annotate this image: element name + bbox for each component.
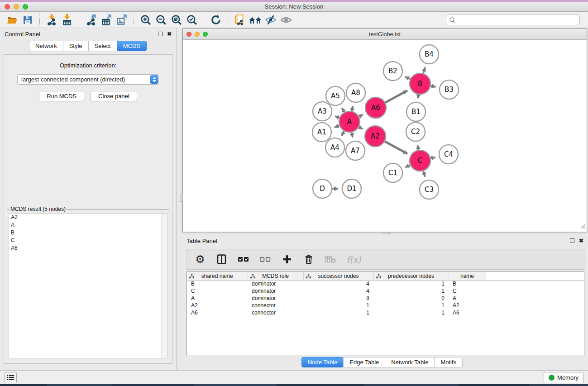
network-from-file-icon[interactable]	[232, 13, 248, 27]
edge-B-B3[interactable]	[431, 86, 436, 87]
tab-mcds[interactable]: MCDS	[117, 41, 147, 51]
table-cell[interactable]: B	[187, 280, 248, 287]
table-cell[interactable]: A6	[187, 309, 248, 316]
select-all-icon[interactable]	[238, 253, 249, 265]
table-cell[interactable]: 4	[303, 280, 373, 287]
table-cell[interactable]: dominator	[248, 280, 303, 287]
result-item[interactable]: B	[9, 229, 167, 237]
edge-B-B1[interactable]	[418, 95, 418, 99]
table-cell[interactable]: C	[187, 287, 248, 295]
pane-divider-handle[interactable]	[180, 194, 183, 202]
open-session-icon[interactable]	[5, 13, 20, 27]
table-row[interactable]: Cdominator41C	[187, 287, 584, 295]
table-cell[interactable]: 1	[303, 302, 373, 309]
graph-node-B[interactable]: B	[410, 73, 430, 94]
graph-node-A8[interactable]: A8	[346, 83, 365, 102]
table-cell[interactable]: dominator	[248, 295, 303, 302]
tab-node-table[interactable]: Node Table	[301, 357, 344, 367]
gear-icon[interactable]: ⚙	[194, 253, 206, 265]
edge-A-A5[interactable]	[342, 108, 344, 112]
close-table-panel-icon[interactable]: ✖	[579, 238, 583, 243]
graph-node-B1[interactable]: B1	[406, 102, 425, 121]
column-header-name[interactable]: name	[449, 272, 486, 280]
table-cell[interactable]: dominator	[248, 287, 303, 295]
add-icon[interactable]	[281, 253, 293, 265]
edge-A-A2[interactable]	[359, 127, 363, 129]
search-input[interactable]	[446, 14, 580, 25]
table-row[interactable]: Bdominator41B	[187, 280, 584, 287]
tab-edge-table[interactable]: Edge Table	[343, 357, 385, 367]
table-cell[interactable]: C	[449, 287, 486, 295]
edge-B-B4[interactable]	[423, 67, 425, 73]
edge-A6-B[interactable]	[385, 91, 407, 102]
column-header-predecessor-nodes[interactable]: predecessor nodes	[373, 272, 449, 280]
table-cell[interactable]: 1	[373, 287, 449, 295]
tab-select[interactable]: Select	[88, 41, 117, 51]
table-cell[interactable]: 1	[373, 280, 449, 287]
close-panel-icon[interactable]: ✖	[167, 32, 172, 36]
tab-network[interactable]: Network	[29, 41, 63, 51]
table-cell[interactable]: 0	[373, 295, 449, 302]
show-graphics-icon[interactable]	[278, 13, 294, 27]
edge-C-C3[interactable]	[423, 171, 425, 176]
edge-A-A3[interactable]	[335, 116, 339, 118]
network-window-titlebar[interactable]: testGlobe.txt	[183, 29, 587, 40]
zoom-in-icon[interactable]	[138, 13, 153, 27]
result-item[interactable]: A	[9, 221, 167, 229]
result-item[interactable]: A2	[9, 214, 167, 221]
column-header-shared-name[interactable]: shared name	[187, 272, 248, 280]
graph-node-D1[interactable]: D1	[342, 179, 361, 198]
zoom-out-icon[interactable]	[153, 13, 169, 27]
tab-motifs[interactable]: Motifs	[434, 357, 463, 367]
table-cell[interactable]: A2	[449, 302, 486, 309]
table-cell[interactable]: A6	[449, 309, 486, 316]
edge-A-A1[interactable]	[335, 125, 339, 127]
delete-icon[interactable]	[303, 253, 315, 265]
columns-icon[interactable]	[216, 253, 228, 265]
result-scrollbar[interactable]	[161, 214, 167, 358]
edge-C-C1[interactable]	[405, 165, 410, 167]
graph-node-B3[interactable]: B3	[440, 80, 459, 99]
edge-B-B2[interactable]	[405, 77, 410, 79]
edge-A-A7[interactable]	[352, 133, 353, 138]
result-item[interactable]: A6	[9, 244, 167, 252]
table-row[interactable]: A2connector11A2	[187, 302, 584, 309]
table-cell[interactable]: A2	[187, 302, 248, 309]
table-cell[interactable]: 8	[303, 295, 373, 302]
graph-node-A[interactable]: A	[339, 111, 360, 132]
table-cell[interactable]: B	[449, 280, 486, 287]
table-cell[interactable]: 1	[373, 309, 449, 316]
graph-node-A1[interactable]: A1	[312, 123, 331, 142]
export-image-icon[interactable]	[114, 13, 129, 27]
network-canvas[interactable]: B4B2BB3A5A8A6B1A3AA1C2A2A4A7C4CC1C3DD1	[183, 40, 587, 232]
close-panel-button[interactable]: Close panel	[91, 91, 137, 101]
result-item[interactable]: C	[9, 237, 167, 244]
graph-node-A6[interactable]: A6	[365, 97, 386, 118]
float-panel-icon[interactable]	[158, 32, 163, 36]
column-header-mcds-role[interactable]: MCDS role	[248, 272, 303, 280]
graph-node-C2[interactable]: C2	[406, 122, 425, 141]
graph-node-A2[interactable]: A2	[365, 126, 386, 147]
export-network-icon[interactable]	[83, 13, 99, 27]
edge-A-A4[interactable]	[342, 131, 344, 136]
edge-A2-C[interactable]	[385, 141, 407, 153]
hide-graphics-icon[interactable]	[263, 13, 278, 27]
edge-C-C4[interactable]	[430, 157, 435, 158]
graph-node-C[interactable]: C	[410, 150, 430, 171]
import-network-icon[interactable]	[44, 13, 59, 27]
float-table-panel-icon[interactable]	[570, 238, 574, 243]
graph-node-C4[interactable]: C4	[439, 145, 458, 164]
tab-network-table[interactable]: Network Table	[385, 357, 435, 367]
graph-node-B4[interactable]: B4	[420, 45, 439, 64]
home-icon[interactable]	[248, 13, 263, 27]
graph-node-C3[interactable]: C3	[420, 180, 439, 199]
import-table-icon[interactable]	[59, 13, 75, 27]
table-row[interactable]: A6connector11A6	[187, 309, 584, 316]
table-cell[interactable]: connector	[248, 302, 303, 309]
export-table-icon[interactable]	[99, 13, 114, 27]
resize-grip-icon[interactable]	[579, 223, 586, 231]
criterion-select[interactable]: largest connected component (directed)	[17, 74, 159, 85]
task-history-button[interactable]	[5, 372, 17, 383]
table-cell[interactable]: 1	[303, 309, 373, 316]
graph-node-A3[interactable]: A3	[313, 102, 332, 121]
